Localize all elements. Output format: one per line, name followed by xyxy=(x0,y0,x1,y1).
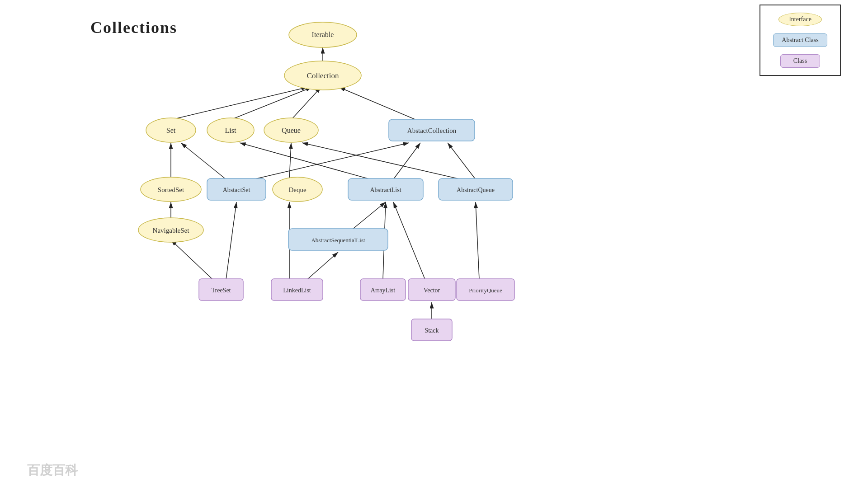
legend-class-item: Class xyxy=(769,54,831,68)
svg-text:Deque: Deque xyxy=(288,186,306,193)
svg-text:NavigableSet: NavigableSet xyxy=(153,227,190,234)
svg-line-17 xyxy=(307,252,338,279)
svg-line-6 xyxy=(181,143,226,179)
diagram: Iterable Collection Set List Queue Sorte… xyxy=(0,0,868,488)
svg-line-4 xyxy=(339,87,416,120)
svg-text:List: List xyxy=(225,127,236,134)
svg-line-20 xyxy=(393,202,425,279)
svg-line-14 xyxy=(353,202,386,229)
svg-text:AbstractSequentialList: AbstractSequentialList xyxy=(311,237,365,244)
legend-abstract-label: Abstract Class xyxy=(773,33,827,47)
svg-line-12 xyxy=(253,143,409,179)
legend-class-label: Class xyxy=(780,54,820,68)
svg-line-2 xyxy=(231,87,312,120)
svg-text:AbstractQueue: AbstractQueue xyxy=(457,187,495,193)
legend: Interface Abstract Class Class xyxy=(760,5,841,76)
svg-text:Collection: Collection xyxy=(307,71,339,80)
legend-interface-label: Interface xyxy=(778,13,822,26)
svg-text:Queue: Queue xyxy=(282,127,301,134)
svg-text:LinkedList: LinkedList xyxy=(283,287,311,294)
svg-line-3 xyxy=(291,87,321,120)
svg-line-8 xyxy=(240,143,371,179)
svg-text:Iterable: Iterable xyxy=(312,31,334,38)
svg-text:Vector: Vector xyxy=(424,287,440,294)
svg-text:Set: Set xyxy=(166,127,176,134)
svg-text:ArrayList: ArrayList xyxy=(371,287,396,294)
svg-text:TreeSet: TreeSet xyxy=(211,287,231,294)
svg-text:AbstactCollection: AbstactCollection xyxy=(407,127,457,134)
legend-abstract-item: Abstract Class xyxy=(769,33,831,47)
svg-line-1 xyxy=(171,87,307,120)
svg-line-16 xyxy=(226,202,236,279)
svg-line-10 xyxy=(302,143,461,179)
svg-text:SortedSet: SortedSet xyxy=(158,186,184,193)
svg-line-15 xyxy=(171,240,212,279)
legend-interface-item: Interface xyxy=(769,13,831,26)
svg-line-7 xyxy=(289,143,291,179)
svg-line-11 xyxy=(448,143,476,179)
svg-line-21 xyxy=(476,202,479,279)
svg-text:PriorityQueue: PriorityQueue xyxy=(469,287,502,294)
svg-text:Stack: Stack xyxy=(425,327,439,334)
svg-text:AbstactSet: AbstactSet xyxy=(223,187,250,193)
watermark: 百度百科 xyxy=(27,462,78,479)
svg-line-9 xyxy=(393,143,420,179)
svg-text:AbstractList: AbstractList xyxy=(370,187,401,193)
